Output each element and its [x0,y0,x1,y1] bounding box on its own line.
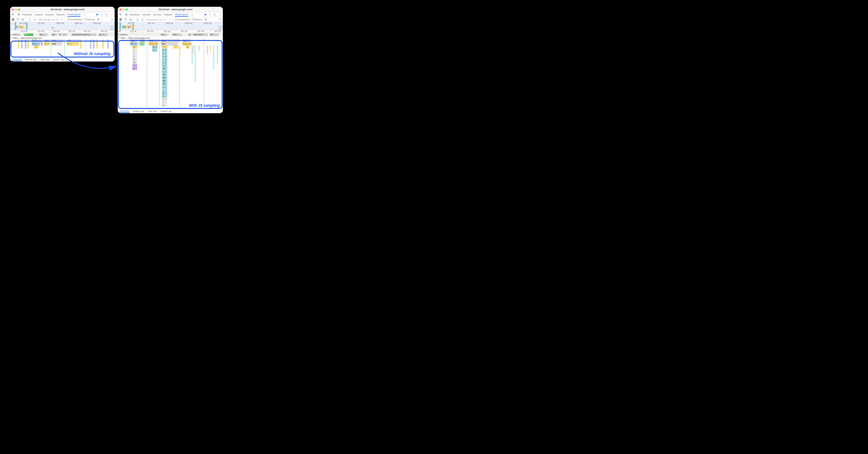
gc-icon[interactable] [204,18,207,21]
download-icon[interactable] [33,18,36,21]
flame-cell[interactable]: Task [161,39,179,42]
panel-settings-icon[interactable] [110,18,114,21]
network-bar[interactable]: gen_... [39,33,47,36]
flame-cell[interactable]: (...) [152,49,158,52]
flame-cell[interactable] [132,64,137,67]
flame-cell[interactable]: _... [162,89,167,92]
network-bar[interactable]: hpba (www [193,33,208,36]
network-bar[interactable]: gen [52,33,57,36]
time-ruler[interactable]: ms 197 ms 247 ms 297 ms 347 ms 397 ms 44… [118,30,223,33]
flame-cell[interactable]: Task [44,39,50,42]
clear-icon[interactable] [129,18,132,21]
flame-sliver[interactable] [198,46,200,51]
network-bar[interactable]: hpba (www.google.co... [72,33,96,36]
flame-cell[interactable]: Bla [162,79,167,82]
close-icon[interactable] [12,9,14,10]
upload-icon[interactable] [136,18,139,21]
network-bar[interactable]: n... [63,33,67,36]
more-tabs-icon[interactable]: » [83,13,86,16]
flame-sliver[interactable] [27,39,29,49]
flame-cell[interactable]: (...) [162,64,167,67]
flame-cell[interactable]: W [132,58,137,61]
network-bar[interactable]: client [173,33,182,36]
kebab-menu-icon[interactable]: ⋮ [219,13,222,16]
flame-cell[interactable]: Hla [162,76,167,79]
flame-cell[interactable]: Task [32,39,43,42]
flame-sliver[interactable] [179,46,181,57]
flame-cell[interactable]: Eval...ipt [182,42,192,46]
reload-icon[interactable] [16,18,19,21]
flame-cell[interactable]: t...r [162,98,167,101]
flame-cell[interactable]: ea [132,61,137,64]
minimize-icon[interactable] [15,9,17,10]
download-icon[interactable] [141,18,144,21]
flame-cell[interactable] [41,42,43,46]
flame-sliver[interactable] [207,46,208,55]
flame-cell[interactable]: d [162,101,167,104]
upload-icon[interactable] [28,18,31,21]
tab-bottom-up[interactable]: Bottom-Up [133,110,144,113]
flame-sliver[interactable] [80,39,82,49]
network-track[interactable]: ▸ Network goo... gen_... gen cl n... hpb… [10,33,115,36]
issues-count[interactable]: 1 [101,13,102,16]
flame-cell[interactable]: E... [34,46,39,49]
more-tabs-icon[interactable]: » [191,13,194,16]
flame-cell[interactable]: (...) [162,52,167,55]
tab-console[interactable]: Console [34,13,43,16]
tab-sources[interactable]: Sources [45,13,54,16]
flame-cell[interactable]: _...a [162,58,167,61]
tab-summary[interactable]: Summary [120,110,129,113]
flame-sliver[interactable] [210,46,212,53]
memory-checkbox[interactable]: Memory [84,19,95,21]
flame-sliver[interactable] [102,39,104,49]
flame-cell[interactable]: (...) [162,70,167,73]
issues-count[interactable]: 1 [209,13,211,16]
flame-cell[interactable]: (... [132,52,137,55]
network-track[interactable]: ▸ Network gen client g hpba (www gen [118,33,223,36]
flame-cell[interactable]: E... [132,46,137,49]
flame-cell[interactable]: Task [51,42,62,46]
overview-timeline[interactable]: 497 997 ms 1497 ms 1997 ms 2497 ms CPU N… [118,22,223,30]
flame-sliver[interactable] [213,46,215,70]
flame-cell[interactable]: (a...s) [152,46,158,49]
traffic-lights[interactable] [12,9,20,10]
settings-icon[interactable] [213,13,216,16]
flame-cell[interactable]: vla [162,73,167,76]
maximize-icon[interactable] [126,9,128,10]
flame-cell[interactable]: Kla [162,82,167,86]
flame-cell[interactable]: Pa...L [32,42,40,46]
network-bar[interactable]: gen_2... [99,33,108,36]
minimize-icon[interactable] [123,9,124,10]
flame-sliver[interactable] [18,39,19,49]
flame-cell[interactable]: Pa...L [130,42,138,46]
chevron-down-icon[interactable]: ▾ [168,18,171,21]
flame-sliver[interactable] [90,39,92,49]
network-bar[interactable]: cl [59,33,62,36]
flame-cell[interactable]: Task [182,39,191,42]
tab-event-log[interactable]: Event Log [161,110,171,113]
tab-performance[interactable]: Performance [175,13,188,17]
network-bar[interactable]: gen [161,33,167,36]
network-bar[interactable]: goo... [24,33,33,36]
screenshots-checkbox[interactable]: Screenshots [175,19,190,21]
flame-cell[interactable]: R... [186,46,190,49]
tab-elements[interactable]: Elements [23,13,32,16]
time-ruler[interactable]: 247 ms 297 ms 347 ms 397 ms 447 ms 497 m… [10,30,115,33]
flame-cell[interactable]: (...) [162,61,167,64]
tab-console[interactable]: Console [142,13,151,16]
disclosure-triangle-icon[interactable]: ▾ [119,37,120,39]
flame-cell[interactable]: zla [162,67,167,70]
flame-cell[interactable]: (... [132,49,137,52]
panel-settings-icon[interactable] [219,18,222,21]
flame-cell[interactable]: Task [67,39,80,42]
flame-cell[interactable]: Task [130,39,138,42]
tab-bottom-up[interactable]: Bottom-Up [26,58,37,61]
recording-select[interactable]: www.google.com #1 [38,18,59,21]
disclosure-triangle-icon[interactable]: ▸ [118,33,120,36]
inspect-icon[interactable] [119,13,122,16]
flame-sliver[interactable] [194,46,196,82]
flame-cell[interactable]: (... [132,55,137,58]
flame-cell[interactable]: b...e [162,49,167,52]
main-thread-header[interactable]: ▾ Main — https://www.google.com/ [118,36,223,39]
device-toggle-icon[interactable] [124,13,128,16]
